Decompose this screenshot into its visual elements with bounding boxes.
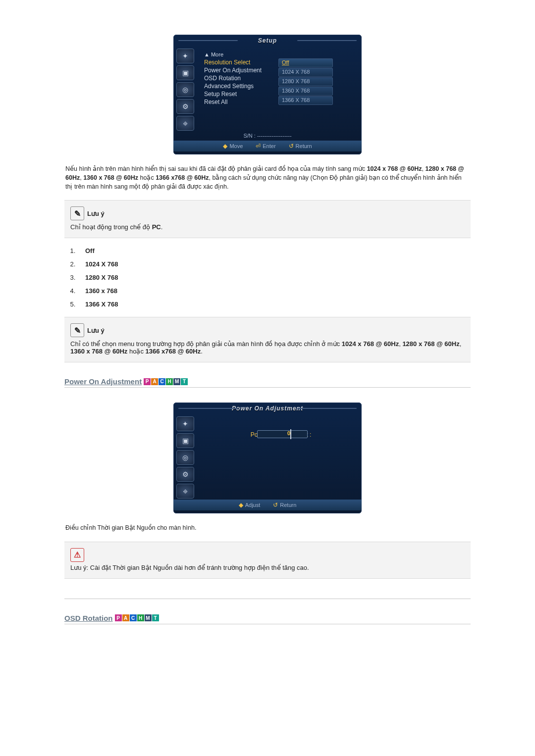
osd-title: Setup [173, 35, 362, 47]
osd-value-1366[interactable]: 1366 X 768 [278, 96, 333, 105]
note-body: Chỉ hoạt động trong chế độ PC. [70, 223, 465, 231]
osd-value-off[interactable]: Off [278, 58, 333, 67]
note-title: Lưu ý [87, 327, 105, 334]
osd-menu-resolution-select[interactable]: Resolution Select [204, 58, 278, 66]
note-title: Lưu ý [87, 210, 105, 217]
note-box-resolution-condition: ✎ Lưu ý Chỉ có thể chọn menu trong trườn… [64, 317, 471, 362]
warning-body: Lưu ý: Cài đặt Thời gian Bật Nguồn dài h… [70, 564, 465, 571]
osd-footer-enter: ⏎Enter [256, 143, 275, 150]
osd-footer-adjust: ◆Adjust [239, 502, 261, 508]
target-icon[interactable]: ◎ [176, 82, 194, 97]
osd-menu-more[interactable]: ▲ More [204, 50, 278, 58]
list-item: 1280 X 768 [77, 274, 471, 281]
power-on-value: 0 [287, 430, 290, 436]
palette-icon[interactable]: ✦ [176, 416, 194, 431]
mode-badges: P A C H M T [144, 378, 188, 385]
badge-c: C [159, 378, 165, 385]
osd-menu-osd-rotation[interactable]: OSD Rotation [204, 74, 278, 82]
osd-menu-setup-reset[interactable]: Setup Reset [204, 90, 278, 98]
list-item: 1366 X 768 [77, 301, 471, 308]
osd-menu-reset-all[interactable]: Reset All [204, 98, 278, 106]
osd-value-1360[interactable]: 1360 X 768 [278, 87, 333, 96]
warning-box-power-on: ⚠ Lưu ý: Cài đặt Thời gian Bật Nguồn dài… [64, 542, 471, 579]
list-item: 1360 x 768 [77, 287, 471, 295]
osd-setup-panel: Setup ✦ ▣ ◎ ⚙ ⎆ ▲ More Resolution Select… [173, 35, 362, 154]
list-item: Off [77, 247, 471, 254]
osd-footer-return: ↺Return [289, 143, 312, 150]
badge-h: H [166, 378, 173, 385]
osd-title: Power On Adjustment [173, 403, 362, 414]
intro-paragraph: Nếu hình ảnh trên màn hình hiển thị sai … [65, 164, 470, 191]
osd-value-list: Off 1024 X 768 1280 X 768 1360 X 768 136… [278, 49, 333, 105]
palette-icon[interactable]: ✦ [176, 49, 194, 63]
osd-serial-number: S/N : ------------------- [173, 131, 362, 140]
badge-p: P [115, 614, 122, 621]
osd-footer: ◆Move ⏎Enter ↺Return [173, 141, 362, 151]
note-body: Chỉ có thể chọn menu trong trường hợp độ… [70, 340, 465, 355]
badge-t: T [181, 378, 188, 385]
gear-icon[interactable]: ⚙ [176, 99, 194, 114]
osd-menu-advanced-settings[interactable]: Advanced Settings [204, 82, 278, 90]
resolution-option-list: Off 1024 X 768 1280 X 768 1360 x 768 136… [77, 247, 471, 308]
osd-power-on-panel: Power On Adjustment ✦ ▣ ◎ ⚙ ⎆ Power On A… [173, 403, 362, 513]
section-heading-power-on: Power On Adjustment P A C H M T [64, 377, 471, 388]
note-icon: ✎ [70, 323, 84, 337]
warning-icon: ⚠ [70, 548, 84, 562]
gear-icon[interactable]: ⚙ [176, 467, 194, 482]
badge-a: A [122, 614, 129, 621]
image-icon[interactable]: ▣ [176, 433, 194, 448]
osd-sidebar: ✦ ▣ ◎ ⚙ ⎆ [176, 416, 197, 499]
divider [64, 599, 471, 599]
power-on-slider[interactable]: 0 [257, 430, 308, 438]
osd-menu-power-on-adjustment[interactable]: Power On Adjustment [204, 66, 278, 74]
input-icon[interactable]: ⎆ [176, 484, 194, 499]
badge-t: T [152, 614, 159, 621]
badge-h: H [137, 614, 144, 621]
input-icon[interactable]: ⎆ [176, 116, 194, 131]
osd-footer: ◆Adjust ↺Return [173, 500, 362, 510]
badge-m: M [145, 614, 152, 621]
image-icon[interactable]: ▣ [176, 65, 194, 80]
osd-footer-return: ↺Return [273, 502, 296, 508]
target-icon[interactable]: ◎ [176, 450, 194, 465]
note-box-pc-only: ✎ Lưu ý Chỉ hoạt động trong chế độ PC. [64, 200, 471, 238]
note-icon: ✎ [70, 206, 84, 220]
osd-sidebar: ✦ ▣ ◎ ⚙ ⎆ [176, 49, 197, 131]
mode-badges: P A C H M T [115, 614, 159, 621]
osd-menu: ▲ More Resolution Select Power On Adjust… [204, 49, 278, 106]
badge-a: A [151, 378, 158, 385]
osd-value-1280[interactable]: 1280 X 768 [278, 77, 333, 86]
list-item: 1024 X 768 [77, 260, 471, 268]
osd-value-1024[interactable]: 1024 X 768 [278, 68, 333, 77]
badge-c: C [130, 614, 137, 621]
badge-p: P [144, 378, 151, 385]
power-on-description: Điều chỉnh Thời gian Bật Nguồn cho màn h… [65, 523, 470, 532]
badge-m: M [173, 378, 180, 385]
osd-footer-move: ◆Move [223, 143, 243, 150]
section-heading-osd-rotation: OSD Rotation P A C H M T [64, 614, 471, 624]
